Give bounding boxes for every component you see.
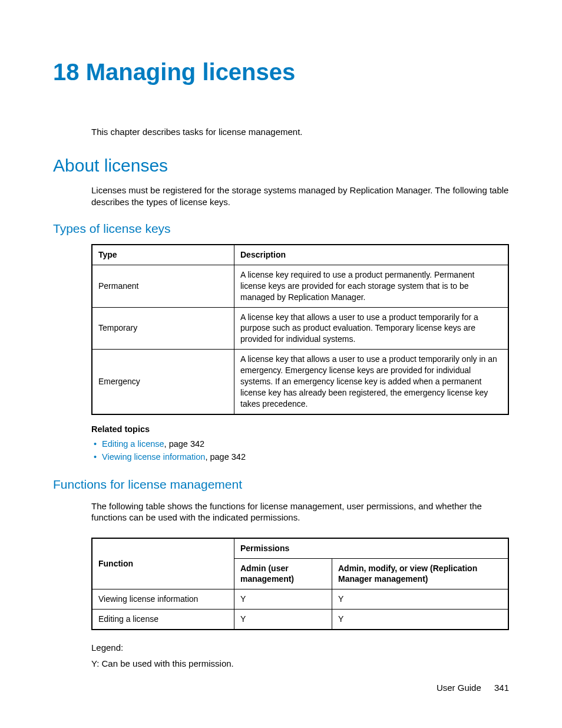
table-row: Viewing license information Y Y [92, 589, 508, 610]
table-row: Editing a license Y Y [92, 610, 508, 630]
subsection-functions-body: The following table shows the functions … [91, 500, 509, 523]
cell-admin-user: Y [234, 610, 332, 630]
th-permissions: Permissions [234, 538, 509, 558]
link-editing-license[interactable]: Editing a license [102, 439, 164, 449]
related-topics: Related topics Editing a license, page 3… [91, 424, 509, 463]
th-admin-modify: Admin, modify, or view (Replication Mana… [332, 558, 509, 589]
license-types-table: Type Description Permanent A license key… [91, 244, 509, 415]
footer-page-number: 341 [494, 683, 509, 693]
th-description: Description [234, 245, 509, 265]
table-row: Temporary A license key that allows a us… [92, 307, 508, 350]
cell-type: Temporary [92, 307, 234, 350]
cell-admin-modify: Y [332, 589, 509, 610]
chapter-title: 18 Managing licenses [53, 59, 509, 85]
related-item: Editing a license, page 342 [91, 437, 509, 450]
functions-table: Function Permissions Admin (user managem… [91, 538, 509, 630]
cell-function: Editing a license [92, 610, 234, 630]
related-item: Viewing license information, page 342 [91, 450, 509, 463]
subsection-functions-heading: Functions for license management [53, 477, 509, 492]
th-type: Type [92, 245, 234, 265]
cell-admin-modify: Y [332, 610, 509, 630]
cell-admin-user: Y [234, 589, 332, 610]
th-admin-user: Admin (user management) [234, 558, 332, 589]
legend-text: Y: Can be used with this permission. [91, 655, 509, 671]
cell-function: Viewing license information [92, 589, 234, 610]
chapter-name: Managing licenses [86, 59, 296, 85]
related-suffix: , page 342 [164, 439, 205, 449]
link-viewing-license-info[interactable]: Viewing license information [102, 452, 205, 462]
table-row: Permanent A license key required to use … [92, 265, 508, 307]
chapter-number: 18 [53, 59, 80, 85]
page-footer: User Guide 341 [437, 683, 509, 693]
chapter-intro: This chapter describes tasks for license… [91, 127, 509, 137]
cell-description: A license key required to use a product … [234, 265, 509, 307]
related-heading: Related topics [91, 424, 509, 434]
cell-type: Permanent [92, 265, 234, 307]
subsection-types-heading: Types of license keys [53, 222, 509, 236]
cell-description: A license key that allows a user to use … [234, 307, 509, 350]
related-suffix: , page 342 [205, 452, 246, 462]
th-function: Function [92, 538, 234, 589]
cell-description: A license key that allows a user to use … [234, 350, 509, 414]
table-row: Emergency A license key that allows a us… [92, 350, 508, 414]
section-about-body: Licenses must be registered for the stor… [91, 185, 509, 207]
legend-label: Legend: [91, 640, 509, 655]
cell-type: Emergency [92, 350, 234, 414]
section-about-heading: About licenses [53, 156, 509, 176]
footer-doc-title: User Guide [437, 683, 481, 693]
